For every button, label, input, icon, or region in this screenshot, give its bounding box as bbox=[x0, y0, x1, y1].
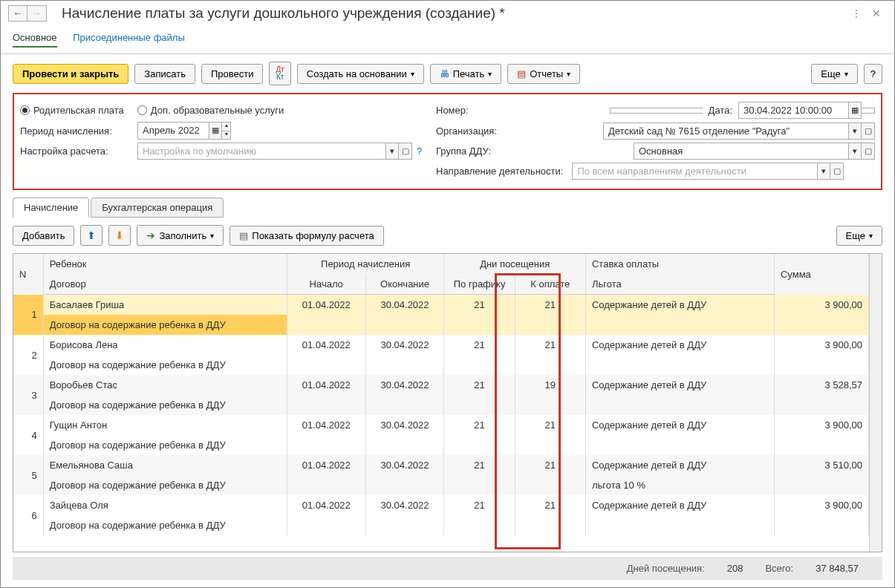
radio-extra-services[interactable]: Доп. образовательные услуги bbox=[137, 105, 284, 116]
dropdown-icon[interactable]: ▾ bbox=[817, 163, 830, 180]
post-close-button[interactable]: Провести и закрыть bbox=[13, 64, 128, 84]
spin-up[interactable]: ▴ bbox=[222, 122, 230, 131]
page-title: Начисление платы за услуги дошкольного у… bbox=[62, 5, 505, 22]
cell-contract: Договор на содержание ребенка в ДДУ bbox=[43, 515, 287, 535]
cell-scheduled: 21 bbox=[444, 455, 515, 475]
footer-days-label: Дней посещения: bbox=[627, 563, 705, 574]
table-row[interactable]: Договор на содержание ребенка в ДДУ bbox=[13, 355, 869, 375]
table-row[interactable]: 2 Борисова Лена 01.04.2022 30.04.2022 21… bbox=[13, 335, 869, 355]
calendar-icon[interactable]: ▦ bbox=[209, 122, 222, 140]
menu-icon[interactable]: ⋮ bbox=[851, 7, 862, 19]
dropdown-icon[interactable]: ▾ bbox=[848, 143, 862, 160]
spin-down[interactable]: ▾ bbox=[222, 131, 230, 139]
org-input[interactable]: Детский сад № 7615 отделение "Радуга" bbox=[603, 122, 848, 140]
period-input[interactable]: Апрель 2022 bbox=[137, 122, 209, 140]
table-row[interactable]: Договор на содержание ребенка в ДДУ bbox=[13, 315, 869, 335]
more-button[interactable]: Еще ▾ bbox=[811, 64, 857, 84]
print-button[interactable]: 🖶 Печать ▾ bbox=[430, 64, 502, 84]
create-based-button[interactable]: Создать на основании ▾ bbox=[297, 64, 424, 84]
cell-contract: Договор на содержание ребенка в ДДУ bbox=[43, 315, 287, 335]
table-row[interactable]: Договор на содержание ребенка в ДДУ bbox=[13, 515, 869, 535]
cell-end: 30.04.2022 bbox=[365, 455, 444, 475]
scrollbar[interactable] bbox=[869, 254, 882, 552]
help-icon[interactable]: ? bbox=[417, 146, 422, 157]
fill-icon: ➔ bbox=[146, 229, 155, 241]
footer-days: 208 bbox=[727, 563, 743, 574]
cell-scheduled: 21 bbox=[444, 335, 515, 355]
direction-label: Направление деятельности: bbox=[436, 166, 563, 177]
cell-contract: Договор на содержание ребенка в ДДУ bbox=[43, 435, 287, 455]
open-icon[interactable]: ▢ bbox=[830, 163, 844, 180]
calc-input[interactable]: Настройка по умолчанию bbox=[137, 143, 385, 160]
move-down-button[interactable]: ⬇ bbox=[108, 225, 131, 246]
post-button[interactable]: Провести bbox=[201, 64, 264, 84]
header-period: Период начисления bbox=[287, 254, 444, 274]
open-icon[interactable]: ▢ bbox=[399, 143, 412, 160]
cell-n: 5 bbox=[13, 455, 43, 495]
cell-n: 4 bbox=[13, 415, 43, 455]
move-up-button[interactable]: ⬆ bbox=[80, 225, 102, 246]
header-start: Начало bbox=[287, 274, 365, 295]
direction-input[interactable]: По всем направлениям деятельности bbox=[572, 163, 817, 180]
arrow-up-icon: ⬆ bbox=[87, 229, 96, 241]
calc-label: Настройка расчета: bbox=[20, 146, 131, 157]
cell-scheduled: 21 bbox=[444, 415, 515, 435]
tab-accrual[interactable]: Начисление bbox=[13, 197, 89, 218]
open-icon[interactable]: ▢ bbox=[862, 143, 875, 160]
cell-n: 1 bbox=[13, 295, 43, 336]
dropdown-icon[interactable]: ▾ bbox=[848, 122, 862, 140]
table-row[interactable]: 5 Емельянова Саша 01.04.2022 30.04.2022 … bbox=[13, 455, 869, 475]
add-button[interactable]: Добавить bbox=[13, 226, 74, 246]
header-visits: Дни посещения bbox=[444, 254, 586, 274]
cell-payable: 21 bbox=[515, 335, 585, 355]
table-row[interactable]: 6 Зайцева Оля 01.04.2022 30.04.2022 21 2… bbox=[13, 495, 869, 515]
table-row[interactable]: 1 Басалаев Гриша 01.04.2022 30.04.2022 2… bbox=[13, 295, 869, 316]
number-label: Номер: bbox=[436, 105, 469, 116]
close-icon[interactable]: ✕ bbox=[872, 7, 881, 19]
cell-start: 01.04.2022 bbox=[287, 295, 365, 316]
header-payable: К оплате bbox=[515, 274, 585, 295]
formula-button[interactable]: ▤ Показать формулу расчета bbox=[230, 226, 383, 246]
cell-end: 30.04.2022 bbox=[365, 415, 444, 435]
group-input[interactable]: Основная bbox=[634, 143, 848, 160]
date-input[interactable]: 30.04.2022 10:00:00 bbox=[738, 102, 848, 119]
fill-button[interactable]: ➔ Заполнить ▾ bbox=[137, 225, 224, 246]
calendar-icon[interactable]: ▦ bbox=[848, 102, 862, 119]
cell-rate: Содержание детей в ДДУ bbox=[585, 335, 774, 355]
dropdown-icon[interactable]: ▾ bbox=[385, 143, 399, 160]
table-row[interactable]: 4 Гущин Антон 01.04.2022 30.04.2022 21 2… bbox=[13, 415, 869, 435]
nav-back[interactable]: ← bbox=[8, 5, 27, 22]
header-benefit: Льгота bbox=[585, 274, 774, 295]
grid-more-button[interactable]: Еще ▾ bbox=[836, 226, 882, 246]
cell-sum: 3 510,00 bbox=[774, 455, 868, 475]
dtkt-button[interactable]: ДтКт bbox=[269, 62, 290, 85]
footer-total-label: Всего: bbox=[765, 563, 793, 574]
reports-button[interactable]: ▤ Отчеты ▾ bbox=[507, 64, 580, 84]
cell-contract: Договор на содержание ребенка в ДДУ bbox=[43, 355, 287, 375]
open-icon[interactable]: ▢ bbox=[862, 122, 875, 140]
type-tab-main[interactable]: Основное bbox=[13, 29, 57, 48]
cell-sum: 3 528,57 bbox=[774, 375, 868, 395]
number-input[interactable] bbox=[610, 108, 703, 114]
header-contract: Договор bbox=[43, 274, 287, 295]
save-button[interactable]: Записать bbox=[134, 64, 195, 84]
table-row[interactable]: Договор на содержание ребенка в ДДУ bbox=[13, 435, 869, 455]
table-row[interactable]: 3 Воробьев Стас 01.04.2022 30.04.2022 21… bbox=[13, 375, 869, 395]
type-tab-attached[interactable]: Присоединенные файлы bbox=[73, 29, 185, 46]
table-row[interactable]: Договор на содержание ребенка в ДДУ bbox=[13, 395, 869, 415]
table-row[interactable]: Договор на содержание ребенка в ДДУ льго… bbox=[13, 475, 869, 495]
cell-benefit bbox=[585, 315, 774, 335]
radio-parent-fee[interactable]: Родительская плата bbox=[20, 105, 124, 116]
cell-start: 01.04.2022 bbox=[287, 455, 365, 475]
cell-scheduled: 21 bbox=[444, 495, 515, 515]
header-n: N bbox=[13, 254, 43, 295]
date-extra[interactable] bbox=[862, 108, 875, 114]
header-child: Ребенок bbox=[43, 254, 287, 274]
cell-n: 2 bbox=[13, 335, 43, 375]
org-label: Организация: bbox=[436, 125, 497, 137]
tab-bookkeeping[interactable]: Бухгалтерская операция bbox=[91, 197, 224, 218]
cell-sum: 3 900,00 bbox=[774, 415, 868, 435]
nav-forward[interactable]: → bbox=[27, 5, 47, 22]
header-sum: Сумма bbox=[774, 254, 868, 295]
help-button[interactable]: ? bbox=[864, 64, 882, 84]
